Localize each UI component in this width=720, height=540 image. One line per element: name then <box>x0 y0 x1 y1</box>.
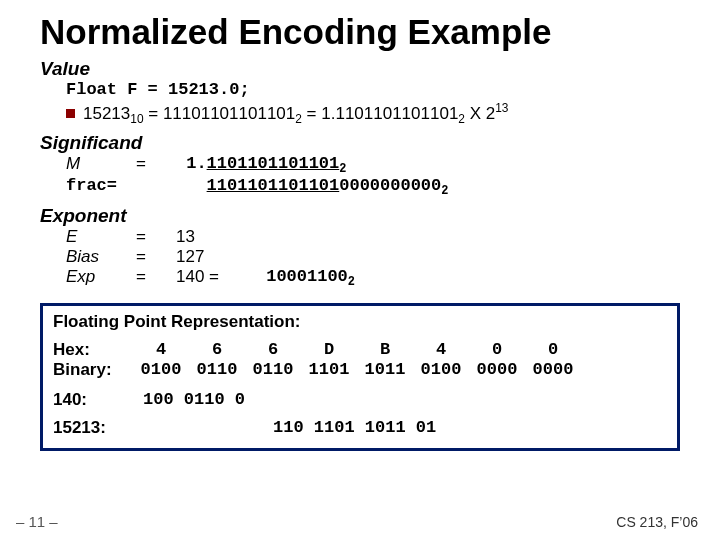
bin-nibble: 0000 <box>469 360 525 380</box>
m-label: M <box>66 154 136 176</box>
section-value-heading: Value <box>40 58 680 80</box>
bias-label: Bias <box>66 247 136 267</box>
exp-eq: = <box>136 267 176 289</box>
bullet-icon <box>66 109 75 118</box>
row-15213-value: 110 1101 1011 01 <box>273 418 436 438</box>
row-15213-label: 15213: <box>53 418 133 438</box>
box-title: Floating Point Representation: <box>53 312 667 332</box>
hex-nibble: 6 <box>245 340 301 360</box>
e-label: E <box>66 227 136 247</box>
section-significand-heading: Significand <box>40 132 680 154</box>
bin-nibble: 0000 <box>525 360 581 380</box>
binary-row: Binary: 0100 0110 0110 1101 1011 0100 00… <box>53 360 667 380</box>
section-exponent-heading: Exponent <box>40 205 680 227</box>
exponent-bias-row: Bias = 127 <box>66 247 680 267</box>
e-value: 13 <box>176 227 195 247</box>
value-expansion-text: 1521310 = 111011011011012 = 1.1101101101… <box>83 101 508 126</box>
hex-nibble: 0 <box>525 340 581 360</box>
frac-eq <box>136 176 176 198</box>
bias-eq: = <box>136 247 176 267</box>
bin-nibble: 0100 <box>413 360 469 380</box>
row-140: 140: 100 0110 0 <box>53 390 667 410</box>
hex-nibbles: 4 6 6 D B 4 0 0 <box>133 340 581 360</box>
bias-value: 127 <box>176 247 204 267</box>
hex-nibble: D <box>301 340 357 360</box>
slide: Normalized Encoding Example Value Float … <box>0 0 720 540</box>
frac-label: frac= <box>66 176 136 198</box>
row-15213: 15213: 110 1101 1011 01 <box>53 418 667 438</box>
significand-m-row: M = 1.11011011011012 <box>66 154 680 176</box>
slide-title: Normalized Encoding Example <box>40 12 680 52</box>
representation-box: Floating Point Representation: Hex: 4 6 … <box>40 303 680 451</box>
e-eq: = <box>136 227 176 247</box>
hex-nibble: 6 <box>189 340 245 360</box>
hex-row: Hex: 4 6 6 D B 4 0 0 <box>53 340 667 360</box>
hex-label: Hex: <box>53 340 133 360</box>
value-expansion-line: 1521310 = 111011011011012 = 1.1101101101… <box>66 101 680 126</box>
significand-frac-row: frac= 110110110110100000000002 <box>66 176 680 198</box>
exponent-e-row: E = 13 <box>66 227 680 247</box>
m-value: 1.11011011011012 <box>176 154 346 176</box>
exp-value: 140 = <box>176 267 256 289</box>
bin-nibble: 0110 <box>189 360 245 380</box>
page-number: – 11 – <box>16 513 58 530</box>
course-footer: CS 213, F’06 <box>616 514 698 530</box>
hex-nibble: 0 <box>469 340 525 360</box>
exp-binary: 100011002 <box>256 267 355 289</box>
binary-label: Binary: <box>53 360 133 380</box>
hex-nibble: B <box>357 340 413 360</box>
float-declaration: Float F = 15213.0; <box>66 80 680 99</box>
m-eq: = <box>136 154 176 176</box>
bin-nibble: 1011 <box>357 360 413 380</box>
bin-nibble: 1101 <box>301 360 357 380</box>
row-140-value: 100 0110 0 <box>143 390 245 410</box>
binary-nibbles: 0100 0110 0110 1101 1011 0100 0000 0000 <box>133 360 581 380</box>
exp-label: Exp <box>66 267 136 289</box>
bin-nibble: 0100 <box>133 360 189 380</box>
bin-nibble: 0110 <box>245 360 301 380</box>
hex-nibble: 4 <box>413 340 469 360</box>
exponent-exp-row: Exp = 140 = 100011002 <box>66 267 680 289</box>
frac-value: 110110110110100000000002 <box>176 176 448 198</box>
hex-nibble: 4 <box>133 340 189 360</box>
row-140-label: 140: <box>53 390 133 410</box>
